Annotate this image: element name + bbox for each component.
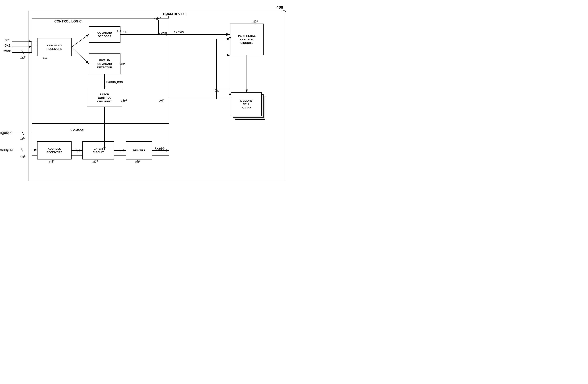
memory-cell-array-label: MEMORYCELLARRAY <box>240 99 252 110</box>
ref-154: 154 <box>252 21 256 23</box>
latch-control-circuitry-label: LATCHCONTROLCIRCUITRY <box>97 93 112 103</box>
diagram-container: 400 DRAM DEVICE CONTROL LOGIC COMMANDREC… <box>0 0 294 192</box>
command-decoder-box: COMMANDDECODER <box>89 26 121 43</box>
svg-line-41 <box>21 148 23 151</box>
ref-142: 142 <box>154 18 158 21</box>
address-receivers-box: ADDRESSRECEIVERS <box>37 141 72 159</box>
ref-118: 118 <box>120 62 124 65</box>
latch-control-circuitry-box: LATCHCONTROLCIRCUITRY <box>87 89 122 107</box>
invalid-command-detector-box: INVALIDCOMMANDDETECTOR <box>89 53 121 74</box>
invalid-command-detector-label: INVALIDCOMMANDDETECTOR <box>97 59 112 69</box>
ref-112: 112 <box>43 56 47 59</box>
int-cmd-label: Int CMD <box>158 32 167 35</box>
command-decoder-label: COMMANDDECODER <box>97 31 112 38</box>
latch-circuit-label: LATCHCIRCUIT <box>93 147 104 154</box>
dq-label: DQ[0:N] <box>2 131 12 134</box>
ref-122: 122 <box>49 161 53 164</box>
invalid-cmd-signal-label: INVALID_CMD <box>106 81 123 84</box>
int-add-label: Int ADD <box>155 148 164 150</box>
ref-136: 136 <box>20 155 24 158</box>
add-label: ADD[0:M] <box>1 149 13 152</box>
ck-label: CK <box>4 39 8 42</box>
control-divider <box>32 123 169 124</box>
figure-number: 400 <box>276 5 283 10</box>
cmd-label: CMD <box>4 50 11 53</box>
ref-134: 134 <box>20 137 24 140</box>
control-logic-label: CONTROL LOGIC <box>54 20 82 23</box>
ref-126: 126 <box>135 161 139 164</box>
ref-132: 132 <box>20 56 24 59</box>
ref-114: 114 <box>117 30 121 33</box>
address-receivers-label: ADDRESSRECEIVERS <box>46 147 62 154</box>
svg-line-37 <box>22 131 23 135</box>
peripheral-control-circuits-label: PERIPHERALCONTROLCIRCUITS <box>238 34 256 45</box>
ref-116: 116 <box>121 99 125 102</box>
command-receivers-box: COMMANDRECEIVERS <box>37 38 72 56</box>
peripheral-control-circuits-box: PERIPHERALCONTROLCIRCUITS <box>230 23 264 55</box>
drivers-label: DRIVERS <box>133 149 145 152</box>
drivers-box: DRIVERS <box>126 141 152 159</box>
cke-label: CKE <box>4 44 11 47</box>
ref-110: 110 <box>166 14 170 17</box>
command-receivers-label: COMMANDRECEIVERS <box>46 44 62 51</box>
ref-152: 152 <box>213 89 218 92</box>
memory-cell-array-box-front: MEMORYCELLARRAY <box>231 92 262 116</box>
svg-line-5 <box>22 50 23 54</box>
clk-hold-label: CLK_HOLD' <box>70 129 84 132</box>
latch-circuit-box: LATCHCIRCUIT <box>83 141 114 159</box>
ref-144: 144 <box>159 99 163 102</box>
ref-424: 424 <box>92 161 97 164</box>
